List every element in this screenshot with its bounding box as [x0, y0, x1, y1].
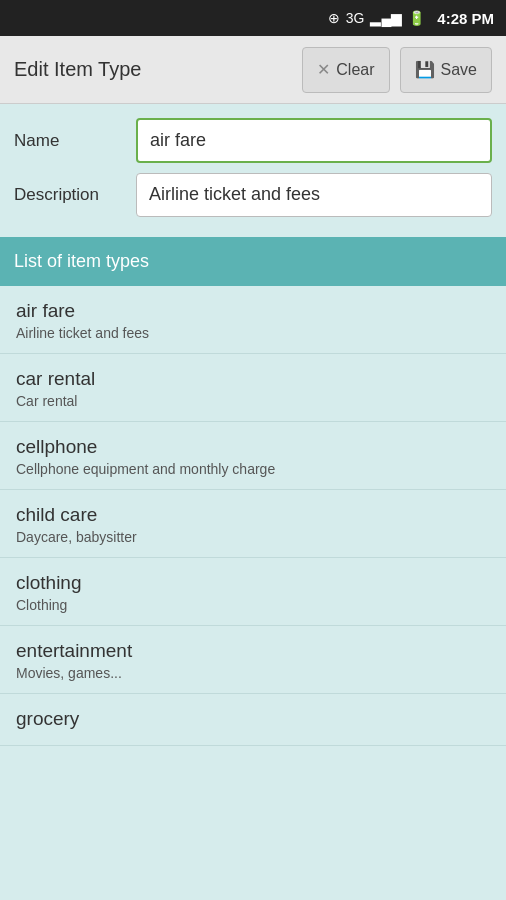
clear-label: Clear [336, 61, 374, 79]
list-item[interactable]: air fareAirline ticket and fees [0, 286, 506, 354]
save-label: Save [441, 61, 477, 79]
status-bar: ⊕ 3G ▂▄▆ 🔋 4:28 PM [0, 0, 506, 36]
name-label: Name [14, 131, 124, 151]
list-item-name: clothing [16, 572, 490, 594]
list-item-description: Movies, games... [16, 665, 490, 681]
battery-icon: 🔋 [408, 10, 425, 26]
list-item-description: Cellphone equipment and monthly charge [16, 461, 490, 477]
description-label: Description [14, 185, 124, 205]
list-item[interactable]: grocery [0, 694, 506, 746]
list-item[interactable]: car rentalCar rental [0, 354, 506, 422]
list-item-name: car rental [16, 368, 490, 390]
list-item-description: Airline ticket and fees [16, 325, 490, 341]
page-title: Edit Item Type [14, 58, 292, 81]
clear-button[interactable]: ✕ Clear [302, 47, 389, 93]
list-item-name: grocery [16, 708, 490, 730]
list-item[interactable]: cellphoneCellphone equipment and monthly… [0, 422, 506, 490]
list-item-description: Clothing [16, 597, 490, 613]
list-item[interactable]: entertainmentMovies, games... [0, 626, 506, 694]
form-area: Name Description Airline ticket and fees [0, 104, 506, 237]
time-display: 4:28 PM [437, 10, 494, 27]
list-item-name: entertainment [16, 640, 490, 662]
network-indicator: ⊕ [328, 10, 340, 26]
list-item[interactable]: child careDaycare, babysitter [0, 490, 506, 558]
description-value: Airline ticket and fees [136, 173, 492, 217]
network-type: 3G [346, 10, 365, 26]
clear-icon: ✕ [317, 60, 330, 79]
list-item-name: air fare [16, 300, 490, 322]
description-row: Description Airline ticket and fees [14, 173, 492, 217]
save-button[interactable]: 💾 Save [400, 47, 492, 93]
toolbar: Edit Item Type ✕ Clear 💾 Save [0, 36, 506, 104]
save-icon: 💾 [415, 60, 435, 79]
list-section-header: List of item types [0, 237, 506, 286]
list-item-description: Car rental [16, 393, 490, 409]
name-input[interactable] [136, 118, 492, 163]
list-item-name: child care [16, 504, 490, 526]
list-item-description: Daycare, babysitter [16, 529, 490, 545]
signal-icon: ▂▄▆ [370, 10, 402, 26]
item-type-list: air fareAirline ticket and feescar renta… [0, 286, 506, 900]
list-item[interactable]: clothingClothing [0, 558, 506, 626]
name-row: Name [14, 118, 492, 163]
list-item-name: cellphone [16, 436, 490, 458]
